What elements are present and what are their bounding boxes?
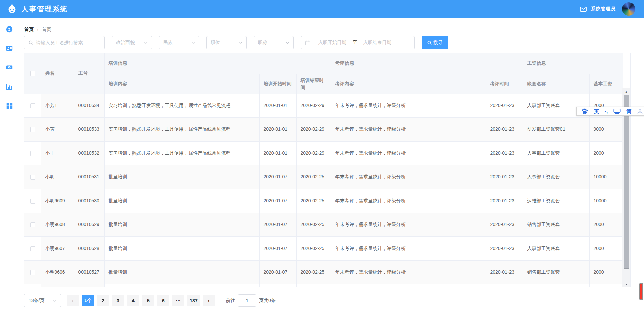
cell-training-start: 2020-01-01: [259, 117, 296, 141]
cell-review-content: 年末考评，需求量统计，评级分析: [331, 94, 486, 117]
cell-review-content: 年末考评，需求量统计，评级分析: [331, 189, 486, 213]
row-checkbox[interactable]: [30, 151, 35, 156]
page-button-3[interactable]: 3: [112, 295, 124, 306]
column-header-training-end: 培训结束时间: [296, 74, 331, 94]
column-header-training-content: 培训内容: [104, 74, 259, 94]
employee-search-input[interactable]: [36, 40, 100, 45]
page-button-last[interactable]: 187: [187, 295, 200, 306]
select-all-checkbox[interactable]: [30, 71, 35, 76]
page-button-4[interactable]: 4: [127, 295, 139, 306]
position-select[interactable]: 职位: [206, 36, 247, 49]
row-checkbox[interactable]: [30, 103, 35, 108]
apps-grid-icon[interactable]: [6, 102, 13, 109]
table-row[interactable]: 小明9606 00010527 批量培训 2020-01-07 2020-02-…: [24, 260, 623, 284]
row-checkbox[interactable]: [30, 199, 35, 204]
breadcrumb: 首页 › 首页: [24, 26, 644, 33]
date-range-separator: 至: [353, 40, 357, 46]
breadcrumb-current[interactable]: 首页: [42, 26, 51, 33]
page-button-5[interactable]: 5: [142, 295, 154, 306]
cell-employee-id: 00010534: [74, 94, 104, 117]
position-placeholder: 职位: [211, 40, 220, 46]
scrollbar-down-arrow-icon[interactable]: ▼: [622, 281, 630, 287]
ime-english-mode-button[interactable]: 英: [594, 109, 599, 114]
breadcrumb-separator-icon: ›: [37, 27, 39, 32]
ime-simplified-button[interactable]: 简: [626, 109, 631, 114]
hire-end-date-placeholder[interactable]: 入职结束日期: [363, 40, 391, 46]
cell-account-name: 人事部工资账套: [523, 165, 589, 189]
cell-training-content: 实习培训，熟悉开发环境，工具使用，属性产品线常见流程: [104, 94, 259, 117]
table-row[interactable]: 小明9609 00010530 批量培训 2020-01-07 2020-02-…: [24, 189, 623, 213]
row-checkbox[interactable]: [30, 246, 35, 251]
current-user-name[interactable]: 系统管理员: [591, 6, 616, 12]
statistics-chart-icon[interactable]: [6, 83, 13, 90]
scrollbar-thumb[interactable]: [624, 95, 629, 269]
group-header-training: 培训信息: [104, 53, 331, 74]
table-row[interactable]: 小芳1 00010534 实习培训，熟悉开发环境，工具使用，属性产品线常见流程 …: [24, 94, 623, 117]
cell-training-start: 2020-01-07: [259, 165, 296, 189]
cell-account-name: [523, 284, 589, 287]
chevron-down-icon: [286, 42, 289, 44]
hire-date-range-picker[interactable]: 入职开始日期 至 入职结束日期: [301, 36, 415, 49]
chevron-down-icon: [53, 300, 57, 302]
cell-base-salary: 9000: [589, 117, 623, 141]
row-checkbox[interactable]: [30, 270, 35, 275]
goto-page-input[interactable]: [238, 294, 256, 307]
prev-page-button[interactable]: ‹: [67, 295, 79, 306]
row-checkbox[interactable]: [30, 175, 35, 180]
ime-punctuation-button[interactable]: ·,: [605, 109, 608, 114]
scrollbar-up-arrow-icon[interactable]: ▲: [622, 88, 630, 95]
cell-name: 小王: [41, 141, 74, 165]
next-page-button[interactable]: ›: [203, 295, 215, 306]
page-button-6[interactable]: 6: [157, 295, 169, 306]
table-row[interactable]: 小王 00010532 实习培训，熟悉开发环境，工具使用，属性产品线常见流程 2…: [24, 141, 623, 165]
employee-search-box: [24, 36, 105, 49]
page-scrollbar-red-thumb[interactable]: [639, 283, 643, 300]
ime-soft-keyboard-icon[interactable]: [613, 108, 621, 114]
salary-money-icon[interactable]: 1: [6, 64, 13, 71]
group-header-review: 考评信息: [331, 53, 523, 74]
title-select[interactable]: 职称: [254, 36, 294, 49]
political-status-select[interactable]: 政治面貌: [112, 36, 152, 49]
cell-base-salary: 2000: [589, 260, 623, 284]
cell-account-name: 运维部工资账套: [523, 189, 589, 213]
page-button-1[interactable]: 1个: [82, 295, 94, 306]
cell-base-salary: 10000: [589, 165, 623, 189]
search-icon: [427, 41, 432, 45]
table-vertical-scrollbar[interactable]: ▲ ▼: [622, 88, 630, 287]
cell-name: 小明: [41, 165, 74, 189]
cell-training-end: 2020-02-29: [296, 141, 331, 165]
employee-card-icon[interactable]: [6, 45, 13, 52]
page-size-select[interactable]: 13条/页: [24, 294, 61, 307]
column-header-review-time: 考评时间: [486, 74, 523, 94]
more-pages-button[interactable]: ···: [172, 295, 184, 306]
ime-baidu-paw-icon[interactable]: [581, 108, 588, 114]
breadcrumb-home[interactable]: 首页: [24, 26, 34, 33]
page-size-value: 13条/页: [29, 297, 44, 304]
table-row[interactable]: 小芳 00010533 实习培训，熟悉开发环境，工具使用，属性产品线常见流程 2…: [24, 117, 623, 141]
app-brand: 人事管理系统: [6, 3, 68, 15]
ethnicity-placeholder: 民族: [163, 40, 173, 46]
table-row[interactable]: 小明9607 00010528 批量培训 2020-01-07 2020-02-…: [24, 236, 623, 260]
table-row-partial[interactable]: 00010526: [24, 284, 623, 287]
user-profile-icon[interactable]: [6, 25, 13, 33]
title-placeholder: 职称: [258, 40, 267, 46]
cell-employee-id: 00010527: [74, 260, 104, 284]
cell-review-time: 2020-01-23: [486, 213, 523, 236]
row-checkbox[interactable]: [30, 222, 35, 227]
hire-start-date-placeholder[interactable]: 入职开始日期: [318, 40, 346, 46]
search-button[interactable]: 搜寻: [422, 36, 448, 49]
cell-training-end: 2020-02-25: [296, 165, 331, 189]
page-button-2[interactable]: 2: [97, 295, 109, 306]
table-row[interactable]: 小明9608 00010529 批量培训 2020-01-07 2020-02-…: [24, 213, 623, 236]
cell-training-start: 2020-01-07: [259, 260, 296, 284]
column-header-name: 姓名: [41, 53, 74, 94]
ime-skin-person-icon[interactable]: [637, 108, 643, 114]
ethnicity-select[interactable]: 民族: [159, 36, 199, 49]
column-header-account-name: 账套名称: [523, 74, 589, 94]
user-avatar[interactable]: [622, 2, 635, 16]
row-checkbox[interactable]: [30, 127, 35, 132]
cell-training-end: [296, 284, 331, 287]
table-row[interactable]: 小明 00010531 批量培训 2020-01-07 2020-02-25 年…: [24, 165, 623, 189]
cell-name: 小明9607: [41, 236, 74, 260]
mail-icon[interactable]: [580, 7, 587, 12]
